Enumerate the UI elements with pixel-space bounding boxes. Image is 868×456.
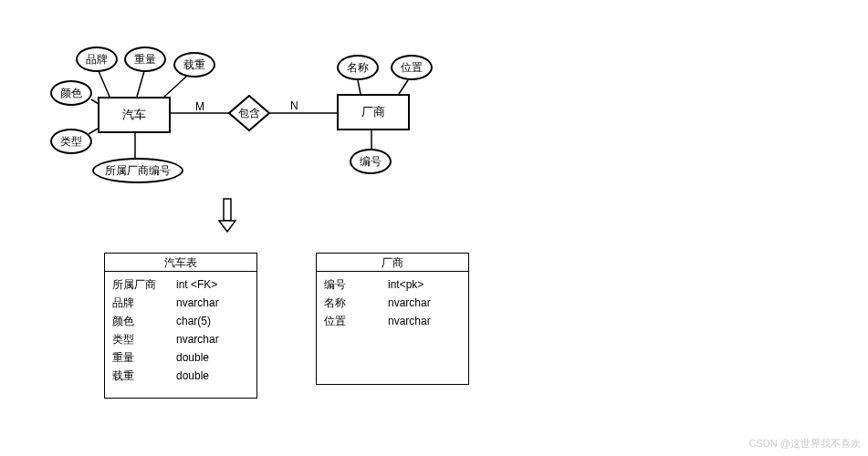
watermark: CSDN @这世界我不喜欢 — [749, 437, 861, 451]
table-row: 所属厂商 int <FK> — [112, 275, 249, 294]
table-row: 载重 double — [112, 367, 249, 385]
table-car-body: 所属厂商 int <FK> 品牌 nvarchar 颜色 char(5) 类型 … — [105, 272, 256, 389]
col-type: nvarchar — [388, 314, 461, 328]
svg-line-5 — [164, 77, 186, 97]
col-type: double — [176, 350, 249, 365]
table-row: 重量 double — [112, 348, 249, 367]
col-name: 颜色 — [112, 314, 176, 328]
svg-line-3 — [99, 71, 110, 97]
col-type: int<pk> — [388, 277, 461, 292]
col-name: 编号 — [324, 277, 388, 292]
table-row: 编号 int<pk> — [324, 275, 461, 294]
table-car: 汽车表 所属厂商 int <FK> 品牌 nvarchar 颜色 char(5)… — [104, 253, 257, 399]
table-car-title: 汽车表 — [105, 254, 256, 272]
col-type: nvarchar — [176, 332, 249, 347]
svg-line-6 — [91, 99, 99, 104]
col-type: char(5) — [176, 314, 249, 328]
arrow-down-icon — [217, 197, 237, 233]
col-name: 重量 — [112, 350, 176, 365]
col-type: double — [176, 368, 249, 383]
col-type: nvarchar — [176, 295, 249, 310]
col-name: 类型 — [112, 332, 176, 347]
svg-line-4 — [137, 71, 144, 97]
svg-line-9 — [358, 80, 361, 94]
col-name: 品牌 — [112, 295, 176, 310]
table-row: 位置 nvarchar — [324, 312, 461, 330]
svg-rect-12 — [224, 199, 231, 221]
table-row: 颜色 char(5) — [112, 312, 249, 330]
col-name: 载重 — [112, 368, 176, 383]
svg-marker-13 — [219, 221, 235, 232]
col-name: 所属厂商 — [112, 277, 176, 292]
relationship-label: 包含 — [238, 106, 260, 121]
table-vendor-title: 厂商 — [317, 254, 468, 272]
col-type: int <FK> — [176, 277, 249, 292]
svg-line-7 — [89, 129, 98, 134]
table-row: 品牌 nvarchar — [112, 294, 249, 312]
svg-line-10 — [399, 80, 408, 94]
col-name: 名称 — [324, 295, 388, 310]
table-row: 名称 nvarchar — [324, 294, 461, 312]
table-vendor-body: 编号 int<pk> 名称 nvarchar 位置 nvarchar — [317, 272, 468, 334]
col-type: nvarchar — [388, 295, 461, 310]
table-row: 类型 nvarchar — [112, 330, 249, 348]
col-name: 位置 — [324, 314, 388, 328]
er-connections — [0, 0, 868, 237]
table-vendor: 厂商 编号 int<pk> 名称 nvarchar 位置 nvarchar — [316, 253, 469, 385]
